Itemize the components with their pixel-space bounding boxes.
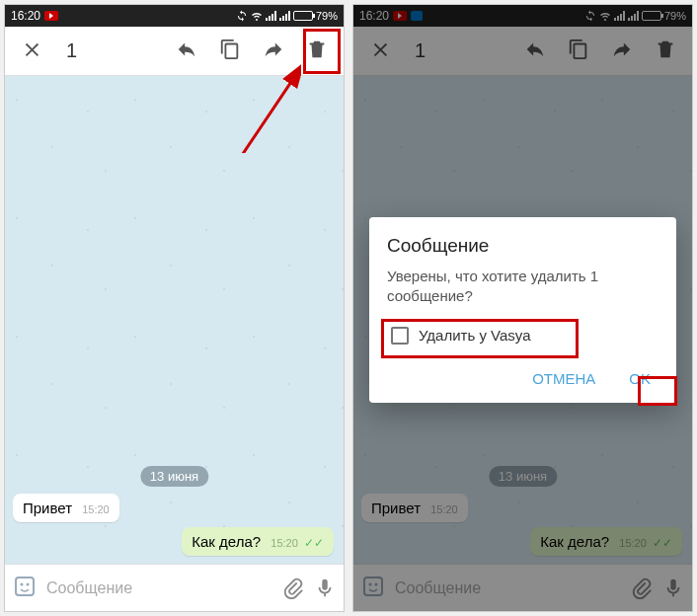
delete-dialog: Сообщение Уверены, что хотите удалить 1 … xyxy=(369,217,676,403)
svg-rect-0 xyxy=(16,578,34,595)
annotation-highlight-ok xyxy=(638,376,677,406)
battery-percent: 79% xyxy=(316,10,338,22)
copy-icon xyxy=(219,38,241,60)
svg-point-1 xyxy=(21,582,24,585)
selection-count: 1 xyxy=(66,39,77,62)
selection-toolbar: 1 xyxy=(5,27,344,76)
sync-icon xyxy=(236,10,248,22)
message-input[interactable]: Сообщение xyxy=(46,579,272,597)
battery-icon xyxy=(293,11,313,21)
annotation-highlight-checkbox xyxy=(381,319,579,358)
message-incoming[interactable]: Привет 15:20 xyxy=(13,494,119,522)
copy-button[interactable] xyxy=(215,35,245,68)
message-text: Как дела? xyxy=(192,533,261,550)
signal-icon xyxy=(266,11,276,21)
close-icon xyxy=(21,38,42,60)
signal-icon-2 xyxy=(279,11,290,21)
message-time: 15:20 xyxy=(82,503,110,515)
chat-background-pattern xyxy=(5,76,344,564)
status-bar: 16:20 79% xyxy=(5,5,344,27)
sticker-icon xyxy=(13,575,37,598)
reply-button[interactable] xyxy=(172,35,201,68)
forward-icon xyxy=(263,38,284,60)
forward-button[interactable] xyxy=(259,35,288,68)
message-outgoing[interactable]: Как дела? 15:20 ✓✓ xyxy=(182,527,334,556)
reply-icon xyxy=(176,38,197,60)
close-button[interactable] xyxy=(17,35,46,68)
dialog-body: Уверены, что хотите удалить 1 сообщение? xyxy=(387,267,658,307)
dialog-title: Сообщение xyxy=(387,235,658,257)
cancel-button[interactable]: ОТМЕНА xyxy=(524,364,603,393)
mic-icon[interactable] xyxy=(314,578,336,599)
sticker-button[interactable] xyxy=(13,575,37,602)
wifi-icon xyxy=(251,10,263,22)
chat-area[interactable]: 13 июня Привет 15:20 Как дела? 15:20 ✓✓ xyxy=(5,76,344,564)
message-text: Привет xyxy=(23,500,72,516)
svg-point-2 xyxy=(27,582,30,585)
message-input-bar: Сообщение xyxy=(5,564,344,611)
youtube-icon xyxy=(44,11,58,21)
read-ticks-icon: ✓✓ xyxy=(304,536,324,550)
date-separator: 13 июня xyxy=(140,466,208,487)
attach-icon[interactable] xyxy=(282,578,304,599)
message-time: 15:20 xyxy=(271,537,298,549)
status-time: 16:20 xyxy=(11,9,40,23)
phone-left: 16:20 79% 1 13 июня xyxy=(4,4,345,612)
annotation-highlight-trash xyxy=(303,29,341,74)
phone-right: 16:20 79% 1 13 июня Привет 15:20 xyxy=(352,4,693,612)
